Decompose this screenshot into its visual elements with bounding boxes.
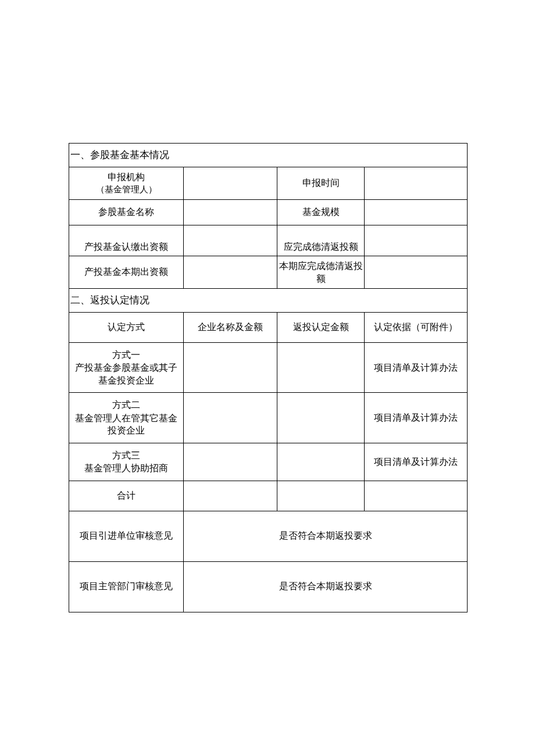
s2-method-2: 方式三 基金管理人协助招商 项目清单及计算办法 xyxy=(69,443,468,481)
s1-r0-value1 xyxy=(184,167,277,199)
s1-r3-value2 xyxy=(365,256,468,288)
s2-m2-label: 方式三 基金管理人协助招商 xyxy=(69,443,184,481)
s2-m1-label: 方式二 基金管理人在管其它基金投资企业 xyxy=(69,393,184,443)
s2-m0-desc: 产投基金参股基金或其子基金投资企业 xyxy=(72,361,181,386)
s1-r2-value1 xyxy=(184,225,277,256)
s2-m0-c2 xyxy=(184,342,277,393)
s2-review2-row: 项目主管部门审核意见 是否符合本期返投要求 xyxy=(69,561,468,612)
s1-r2-right-label: 应完成德清返投额 xyxy=(277,225,365,256)
s2-m1-title: 方式二 xyxy=(72,399,181,411)
s2-review1-text: 是否符合本期返投要求 xyxy=(184,511,468,561)
s2-m1-basis: 项目清单及计算办法 xyxy=(365,393,468,443)
s1-r1-label: 参股基金名称 xyxy=(69,200,184,225)
s2-method-0: 方式一 产投基金参股基金或其子基金投资企业 项目清单及计算办法 xyxy=(69,342,468,393)
s1-r0-label-main: 申报机构 xyxy=(70,171,182,184)
s2-m0-title: 方式一 xyxy=(72,349,181,361)
s2-m2-desc: 基金管理人协助招商 xyxy=(72,462,181,475)
s1-r3-right-label: 本期应完成德清返投额 xyxy=(277,256,365,288)
s2-total-label: 合计 xyxy=(69,481,184,511)
s1-r2-value2 xyxy=(365,225,468,256)
section-1-header: 一、参股基金基本情况 xyxy=(69,144,468,167)
s1-row-3: 产投基金本期出资额 本期应完成德清返投额 xyxy=(69,256,468,288)
s2-m2-basis: 项目清单及计算办法 xyxy=(365,443,468,481)
section-2-header: 二、返投认定情况 xyxy=(69,289,468,313)
s2-review1-label: 项目引进单位审核意见 xyxy=(69,511,184,561)
document-page: 一、参股基金基本情况 申报机构 （基金管理人） 申报时间 参股基金名称 基金规模 xyxy=(0,0,535,756)
s1-r0-right-label: 申报时间 xyxy=(277,167,365,199)
s2-m2-c3 xyxy=(277,443,365,481)
s2-col-1: 企业名称及金额 xyxy=(184,313,277,342)
s1-r0-label-sub: （基金管理人） xyxy=(70,184,182,196)
s2-total-c4 xyxy=(365,481,468,511)
s2-m2-c2 xyxy=(184,443,277,481)
s2-total-c2 xyxy=(184,481,277,511)
s2-total-c3 xyxy=(277,481,365,511)
s1-r2-label: 产投基金认缴出资额 xyxy=(69,225,184,256)
s2-m0-label: 方式一 产投基金参股基金或其子基金投资企业 xyxy=(69,342,184,393)
section-2-header-row: 二、返投认定情况 xyxy=(69,289,468,313)
s1-r0-label: 申报机构 （基金管理人） xyxy=(69,167,184,199)
s2-col-2: 返投认定金额 xyxy=(277,313,365,342)
section-1-header-row: 一、参股基金基本情况 xyxy=(69,144,468,167)
s2-m1-c3 xyxy=(277,393,365,443)
s1-row-1: 参股基金名称 基金规模 xyxy=(69,200,468,225)
s2-review2-label: 项目主管部门审核意见 xyxy=(69,561,184,612)
s1-r1-value2 xyxy=(365,200,468,225)
s2-m1-desc: 基金管理人在管其它基金投资企业 xyxy=(72,412,181,437)
s2-total-row: 合计 xyxy=(69,481,468,511)
s1-r3-label: 产投基金本期出资额 xyxy=(69,256,184,288)
s1-r3-value1 xyxy=(184,256,277,288)
s1-r0-value2 xyxy=(365,167,468,199)
s2-m1-c2 xyxy=(184,393,277,443)
s2-col-3: 认定依据（可附件） xyxy=(365,313,468,342)
s2-review1-row: 项目引进单位审核意见 是否符合本期返投要求 xyxy=(69,511,468,561)
s1-row-0: 申报机构 （基金管理人） 申报时间 xyxy=(69,167,468,199)
form-table: 一、参股基金基本情况 申报机构 （基金管理人） 申报时间 参股基金名称 基金规模 xyxy=(69,143,468,612)
s1-r1-value1 xyxy=(184,200,277,225)
s2-review2-text: 是否符合本期返投要求 xyxy=(184,561,468,612)
s2-method-1: 方式二 基金管理人在管其它基金投资企业 项目清单及计算办法 xyxy=(69,393,468,443)
s2-m2-title: 方式三 xyxy=(72,449,181,462)
s1-r1-right-label: 基金规模 xyxy=(277,200,365,225)
s2-m0-basis: 项目清单及计算办法 xyxy=(365,342,468,393)
s2-m0-c3 xyxy=(277,342,365,393)
s2-columns-row: 认定方式 企业名称及金额 返投认定金额 认定依据（可附件） xyxy=(69,313,468,342)
s2-col-0: 认定方式 xyxy=(69,313,184,342)
form-table-wrap: 一、参股基金基本情况 申报机构 （基金管理人） 申报时间 参股基金名称 基金规模 xyxy=(69,143,467,612)
s1-row-2: 产投基金认缴出资额 应完成德清返投额 xyxy=(69,225,468,256)
